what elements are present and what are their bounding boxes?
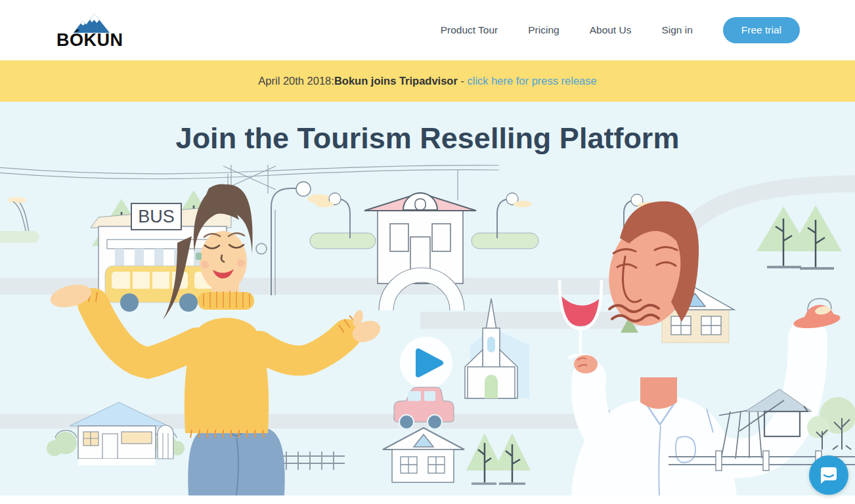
mountain-icon [70, 12, 110, 33]
decorative-circle [256, 243, 267, 254]
main-nav: Product Tour Pricing About Us Sign in Fr… [441, 17, 800, 43]
bokun-logo[interactable]: BÓKUN [56, 12, 123, 49]
banner-separator: - [458, 75, 468, 87]
free-trial-button[interactable]: Free trial [723, 17, 800, 43]
blue-roof-house [47, 402, 185, 465]
nav-pricing[interactable]: Pricing [528, 24, 559, 36]
logo-text: BÓKUN [56, 32, 123, 49]
bus-sign-text: BUS [138, 207, 175, 226]
video-play-button[interactable] [400, 337, 452, 389]
hedges-and-lamps [310, 193, 656, 256]
small-lamp-icon [0, 197, 39, 243]
announcement-banner: April 20th 2018: Bokun joins Tripadvisor… [0, 60, 855, 102]
white-house [383, 428, 464, 482]
chat-widget-button[interactable] [809, 455, 848, 495]
pine-trees-middle [466, 433, 531, 484]
pine-trees-right [756, 205, 842, 268]
page-bottom-strip [0, 495, 855, 504]
hero-title: Join the Tourism Reselling Platform [0, 121, 855, 156]
nav-about-us[interactable]: About Us [590, 24, 632, 36]
banner-date: April 20th 2018: [258, 75, 334, 87]
top-navigation-bar: BÓKUN Product Tour Pricing About Us Sign… [0, 0, 855, 60]
banner-headline: Bokun joins Tripadvisor [334, 75, 458, 87]
nav-product-tour[interactable]: Product Tour [441, 24, 498, 36]
hat-in-hand [793, 305, 841, 331]
hero-section: Join the Tourism Reselling Platform [0, 102, 855, 495]
chat-bubble-icon [818, 465, 839, 486]
town-illustration: BUS [0, 102, 855, 495]
nav-sign-in[interactable]: Sign in [661, 24, 692, 36]
press-release-link[interactable]: click here for press release [468, 75, 597, 87]
